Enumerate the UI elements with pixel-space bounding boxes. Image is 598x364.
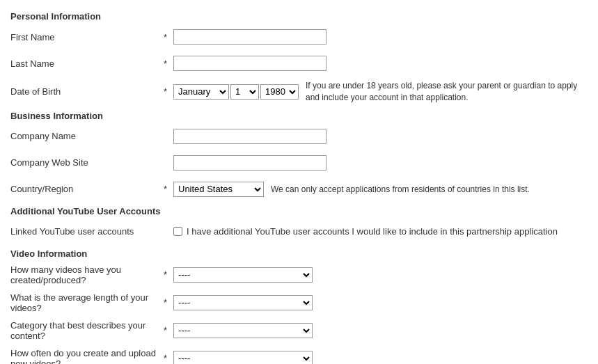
country-select[interactable]: United States United Kingdom Canada Aust… (173, 182, 264, 197)
company-name-input-col (164, 129, 588, 144)
how-often-select[interactable]: ---- Daily Weekly Monthly Rarely (173, 351, 313, 364)
how-many-required: * (164, 269, 171, 280)
dob-input-col: * JanuaryFebruaryMarch AprilMayJune July… (164, 80, 588, 104)
last-name-required: * (164, 58, 171, 69)
dob-month-select[interactable]: JanuaryFebruaryMarch AprilMayJune JulyAu… (173, 84, 229, 100)
dob-required: * (164, 86, 171, 97)
company-website-row: Company Web Site (10, 153, 588, 173)
category-select[interactable]: ---- Music Gaming Education Entertainmen… (173, 323, 313, 338)
dob-note: If you are under 18 years old, please as… (306, 80, 588, 104)
dob-year-select[interactable]: 198019791978 197719761975 197019651960 (260, 84, 299, 100)
company-website-spacer (164, 157, 171, 168)
how-often-row: How often do you create and upload new v… (10, 348, 588, 364)
company-name-row: Company Name (10, 127, 588, 146)
linked-accounts-spacer (164, 226, 171, 237)
linked-accounts-checkbox[interactable] (173, 227, 182, 236)
first-name-input-col: * (164, 29, 588, 45)
personal-info-header: Personal Information (10, 11, 588, 22)
company-name-input[interactable] (173, 129, 326, 144)
avg-length-label: What is the average length of your video… (10, 292, 164, 313)
company-website-label: Company Web Site (10, 157, 164, 168)
first-name-label: First Name (10, 32, 164, 42)
category-label: Category that best describes your conten… (10, 320, 164, 341)
category-row: Category that best describes your conten… (10, 320, 588, 341)
first-name-required: * (164, 32, 171, 42)
last-name-row: Last Name * (10, 54, 588, 73)
company-website-input-col (164, 155, 588, 171)
first-name-input[interactable] (173, 29, 326, 45)
category-required: * (164, 325, 171, 335)
country-note: We can only accept applications from res… (271, 184, 530, 194)
country-input-col: * United States United Kingdom Canada Au… (164, 182, 588, 197)
dob-row: Date of Birth * JanuaryFebruaryMarch Apr… (10, 80, 588, 104)
last-name-label: Last Name (10, 58, 164, 69)
last-name-input[interactable] (173, 56, 326, 71)
avg-length-select[interactable]: ---- Less than 1 minute 1-5 minutes 5-10… (173, 295, 313, 310)
category-input-col: * ---- Music Gaming Education Entertainm… (164, 323, 588, 338)
dob-label: Date of Birth (10, 86, 164, 97)
avg-length-row: What is the average length of your video… (10, 292, 588, 313)
business-info-header: Business Information (10, 111, 588, 121)
avg-length-input-col: * ---- Less than 1 minute 1-5 minutes 5-… (164, 295, 588, 310)
how-many-videos-label: How many videos have you created/produce… (10, 264, 164, 285)
video-info-header: Video Information (10, 248, 588, 259)
how-often-label: How often do you create and upload new v… (10, 348, 164, 364)
first-name-row: First Name * (10, 27, 588, 47)
how-often-required: * (164, 353, 171, 363)
last-name-input-col: * (164, 56, 588, 71)
how-many-videos-select[interactable]: ---- Less than 10 10-50 50-100 100-500 5… (173, 267, 313, 283)
company-website-input[interactable] (173, 155, 326, 171)
linked-accounts-checkbox-label: I have additional YouTube user accounts … (187, 226, 558, 237)
linked-accounts-row: Linked YouTube user accounts I have addi… (10, 222, 588, 242)
company-name-label: Company Name (10, 131, 164, 141)
linked-accounts-label: Linked YouTube user accounts (10, 226, 164, 237)
linked-accounts-input-col: I have additional YouTube user accounts … (164, 226, 588, 237)
avg-length-required: * (164, 297, 171, 308)
country-required: * (164, 184, 171, 194)
country-row: Country/Region * United States United Ki… (10, 180, 588, 199)
company-name-spacer (164, 131, 171, 141)
how-many-videos-row: How many videos have you created/produce… (10, 264, 588, 285)
how-often-input-col: * ---- Daily Weekly Monthly Rarely (164, 351, 588, 364)
country-label: Country/Region (10, 184, 164, 194)
additional-accounts-header: Additional YouTube User Accounts (10, 206, 588, 216)
dob-day-select[interactable]: 1234 5678 9101112 13141516 17181920 2122… (230, 84, 259, 100)
how-many-videos-input-col: * ---- Less than 10 10-50 50-100 100-500… (164, 267, 588, 283)
